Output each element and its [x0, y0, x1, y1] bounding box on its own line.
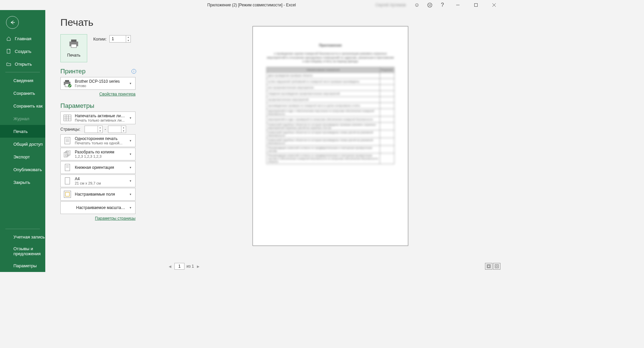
print-what-dropdown[interactable]: Напечатать активные листы Печать только … [60, 112, 136, 124]
minimize-button[interactable] [450, 0, 466, 10]
chevron-down-icon: ▼ [128, 193, 133, 196]
spinner-up-icon[interactable]: ▲ [126, 36, 130, 39]
svg-rect-30 [65, 192, 69, 196]
nav-account[interactable]: Учетная запись [0, 231, 45, 243]
svg-rect-23 [65, 151, 69, 156]
main-content: Печать Печать Копии: ▲▼ Принтер [45, 10, 503, 272]
chevron-down-icon: ▼ [128, 166, 133, 169]
nav-save[interactable]: Сохранить [0, 87, 45, 99]
printer-section-title: Принтер i [60, 68, 158, 75]
printer-status: Готово [75, 84, 125, 88]
spinner-down-icon[interactable]: ▼ [126, 39, 130, 42]
prev-page-button[interactable]: ◀ [168, 265, 172, 268]
page-icon [63, 136, 72, 145]
printer-name: Brother DCP-1510 series [75, 79, 125, 84]
copies-spinner[interactable]: ▲▼ [109, 35, 131, 43]
orientation-dropdown[interactable]: Книжная ориентация ▼ [60, 161, 136, 174]
sidebar-divider-2 [5, 229, 40, 229]
paper-size-dropdown[interactable]: A4 21 см x 29,7 см ▼ [60, 175, 136, 187]
printer-dropdown[interactable]: Brother DCP-1510 series Готово ▼ [60, 77, 136, 90]
nav-new[interactable]: Создать [0, 45, 45, 58]
nav-new-label: Создать [15, 49, 31, 54]
maximize-button[interactable] [468, 0, 484, 10]
print-button[interactable]: Печать [60, 34, 87, 62]
pages-to-input[interactable] [108, 126, 121, 133]
copies-input[interactable] [110, 36, 126, 42]
scaling-dropdown[interactable]: Настраиваемое масштаби... ▼ [60, 201, 136, 214]
nav-home[interactable]: Главная [0, 32, 45, 45]
print-controls: Печать Печать Копии: ▲▼ Принтер [45, 10, 158, 272]
pages-to-spinner[interactable]: ▲▼ [108, 126, 126, 133]
page-title: Печать [60, 17, 158, 28]
printer-icon [68, 39, 79, 50]
help-icon[interactable]: ? [437, 0, 447, 10]
nav-export[interactable]: Экспорт [0, 150, 45, 163]
page-preview: Приложение о проведении оценки пожарной … [253, 26, 408, 246]
nav-info[interactable]: Сведения [0, 74, 45, 87]
print-button-label: Печать [67, 53, 80, 58]
nav-print[interactable]: Печать [0, 125, 45, 138]
chevron-down-icon: ▼ [128, 139, 133, 142]
pages-from-spinner[interactable]: ▲▼ [85, 126, 103, 133]
svg-rect-1 [475, 4, 478, 7]
user-name[interactable]: Сергей Артемов [375, 3, 406, 7]
chevron-down-icon: ▼ [128, 206, 133, 209]
backstage-sidebar: Главная Создать Открыть Сведения Сохрани… [0, 10, 45, 272]
margins-dropdown[interactable]: Настраиваемые поля ▼ [60, 188, 136, 201]
svg-rect-25 [65, 164, 70, 171]
next-page-button[interactable]: ▶ [196, 265, 201, 268]
info-icon[interactable]: i [131, 69, 136, 74]
svg-rect-18 [65, 137, 70, 144]
feedback-smile-icon[interactable]: ☺ [412, 0, 422, 10]
chevron-down-icon: ▼ [128, 153, 133, 156]
svg-rect-28 [65, 178, 70, 184]
nav-history: Журнал [0, 112, 45, 125]
svg-rect-32 [488, 265, 490, 267]
copies-label: Копии: [93, 37, 107, 42]
back-button[interactable] [6, 16, 19, 29]
page-navigation: ◀ из 1 ▶ [168, 263, 201, 270]
title-bar: Приложение (2) [Режим совместимости] - E… [0, 0, 503, 10]
nav-options[interactable]: Параметры [0, 259, 45, 272]
page-of-label: из 1 [186, 264, 194, 269]
svg-rect-29 [64, 191, 71, 198]
printer-properties-link[interactable]: Свойства принтера [99, 92, 136, 96]
collate-icon [63, 149, 72, 159]
pages-label: Страницы: [60, 127, 83, 132]
close-button[interactable] [486, 0, 502, 10]
svg-rect-7 [71, 40, 76, 42]
svg-rect-13 [64, 115, 71, 121]
home-icon [6, 36, 11, 41]
zoom-to-page-button[interactable] [493, 263, 500, 270]
preview-doc-heading: Приложение [266, 43, 394, 47]
nav-saveas[interactable]: Сохранить как [0, 99, 45, 112]
page-setup-link[interactable]: Параметры страницы [95, 216, 136, 221]
window-title: Приложение (2) [Режим совместимости] - E… [207, 3, 296, 7]
chevron-down-icon: ▼ [128, 82, 133, 85]
printer-status-icon [63, 79, 72, 88]
paper-icon [63, 176, 72, 186]
pages-separator: - [105, 127, 106, 132]
nav-open[interactable]: Открыть [0, 58, 45, 70]
collate-dropdown[interactable]: Разобрать по копиям 1,2,3 1,2,3 1,2,3 ▼ [60, 148, 136, 160]
pages-from-input[interactable] [85, 126, 98, 133]
sheets-icon [63, 113, 72, 123]
open-icon [6, 62, 11, 66]
nav-home-label: Главная [15, 36, 31, 41]
new-icon [6, 49, 11, 54]
portrait-icon [63, 163, 72, 172]
svg-rect-8 [71, 44, 76, 48]
show-margins-button[interactable] [485, 263, 492, 270]
settings-section-title: Параметры [60, 102, 158, 110]
sidebar-divider [5, 72, 40, 72]
print-preview-area: Приложение о проведении оценки пожарной … [158, 10, 503, 272]
current-page-input[interactable] [174, 263, 184, 270]
nav-close[interactable]: Закрыть [0, 176, 45, 189]
chevron-down-icon: ▼ [128, 180, 133, 183]
nav-publish[interactable]: Опубликовать [0, 163, 45, 176]
sides-dropdown[interactable]: Односторонняя печать Печатать только на … [60, 134, 136, 147]
nav-share[interactable]: Общий доступ [0, 138, 45, 150]
nav-feedback[interactable]: Отзывы и предложения [0, 243, 45, 259]
margins-icon [63, 190, 72, 199]
feedback-frown-icon[interactable]: ☹ [425, 0, 435, 10]
